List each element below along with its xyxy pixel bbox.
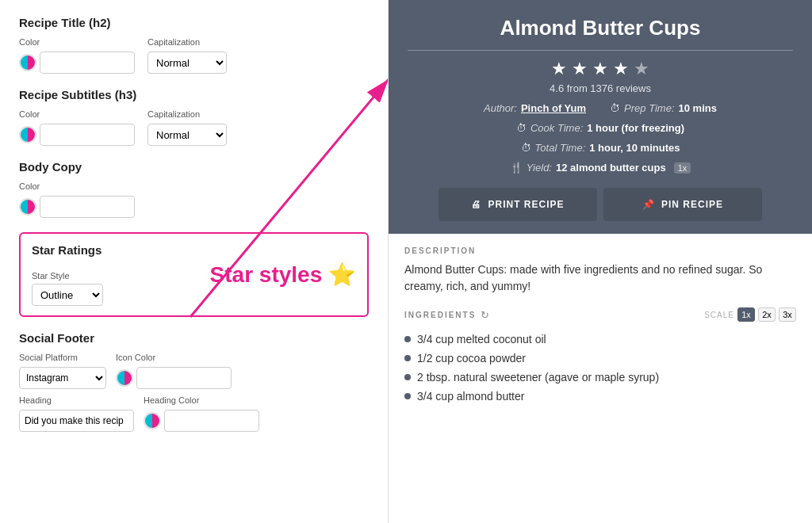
ingredient-text: 3/4 cup almond butter (417, 390, 524, 403)
pin-btn-label: PIN RECIPE (661, 199, 723, 210)
social-footer-section: Social Footer Social Platform Instagram … (19, 331, 369, 432)
clock-icon-total: ⏱ (521, 142, 531, 154)
description-heading: Description (404, 246, 796, 255)
capitalization-select[interactable]: Normal Uppercase Lowercase Capitalize (147, 52, 227, 74)
print-recipe-button[interactable]: 🖨 PRINT RECIPE (439, 188, 597, 221)
subtitles-color-input[interactable] (40, 124, 135, 146)
heading-input[interactable] (19, 410, 134, 432)
rating-text: 4.6 from 1376 reviews (408, 82, 793, 94)
color-text-input[interactable] (40, 52, 135, 74)
refresh-icon[interactable]: ↻ (481, 309, 489, 321)
icon-color-input[interactable] (136, 367, 232, 389)
recipe-card: Almond Butter Cups ★ ★ ★ ★ ★ 4.6 from 13… (389, 0, 812, 418)
star-styles-annotation: Star styles ⭐ (210, 262, 356, 288)
recipe-body: Description Almond Butter Cups: made wit… (389, 234, 812, 418)
body-copy-heading: Body Copy (19, 160, 369, 174)
cook-time-item: ⏱ Cook Time: 1 hour (for freezing) (516, 122, 684, 134)
ingredients-section-header: Ingredients ↻ (404, 309, 489, 321)
social-platform-label: Social Platform (19, 353, 106, 362)
author-name[interactable]: Pinch of Yum (521, 102, 586, 114)
body-copy-color-input[interactable] (40, 196, 135, 218)
star-ratings-heading: Star Ratings (32, 243, 103, 257)
meta-row-1: Author: Pinch of Yum ⏱ Prep Time: 10 min… (484, 102, 717, 114)
total-time-value: 1 hour, 10 minutes (589, 142, 680, 154)
meta-row-3: ⏱ Total Time: 1 hour, 10 minutes (521, 142, 680, 154)
body-copy-section: Body Copy Color (19, 160, 369, 218)
star-4: ★ (613, 59, 629, 79)
pin-icon: 📌 (642, 199, 655, 210)
right-panel: Almond Butter Cups ★ ★ ★ ★ ★ 4.6 from 13… (389, 0, 812, 523)
subtitles-cap-select[interactable]: Normal Uppercase Lowercase Capitalize (147, 124, 227, 146)
icon-color-group: Icon Color (116, 353, 232, 389)
star-3: ★ (592, 59, 608, 79)
heading-color-group: Heading Color (144, 395, 259, 432)
recipe-title: Almond Butter Cups (408, 16, 793, 40)
star-5: ★ (634, 59, 649, 79)
icon-color-label: Icon Color (116, 353, 232, 362)
social-footer-heading: Social Footer (19, 331, 369, 345)
scale-3x-button[interactable]: 3x (779, 307, 796, 322)
clock-icon-cook: ⏱ (516, 122, 527, 134)
clock-icon-prep: ⏱ (610, 102, 620, 114)
prep-time-item: ⏱ Prep Time: 10 mins (610, 102, 717, 114)
icon-color-circle[interactable] (116, 369, 133, 387)
recipe-subtitles-heading: Recipe Subtitles (h3) (19, 88, 369, 101)
scale-1x-button[interactable]: 1x (737, 307, 755, 322)
ingredients-header: Ingredients ↻ SCALE 1x 2x 3x (404, 307, 796, 322)
meta-rows: Author: Pinch of Yum ⏱ Prep Time: 10 min… (408, 102, 793, 178)
ingredient-text: 2 tbsp. natural sweetener (agave or mapl… (417, 371, 659, 384)
star-style-select[interactable]: Outline Filled Half (32, 284, 103, 306)
subtitles-cap-label: Capitalization (147, 109, 227, 119)
action-buttons: 🖨 PRINT RECIPE 📌 PIN RECIPE (408, 188, 793, 221)
description-section: Description Almond Butter Cups: made wit… (404, 246, 796, 295)
recipe-title-cap-group: Capitalization Normal Uppercase Lowercas… (147, 37, 227, 74)
meta-row-2: ⏱ Cook Time: 1 hour (for freezing) (516, 122, 684, 134)
meta-row-4: 🍴 Yield: 12 almond butter cups 1x (510, 162, 691, 174)
yield-badge: 1x (674, 162, 691, 174)
recipe-header: Almond Butter Cups ★ ★ ★ ★ ★ 4.6 from 13… (389, 0, 812, 234)
ingredient-text: 3/4 cup melted coconut oil (417, 333, 546, 345)
ingredient-item: 3/4 cup almond butter (404, 387, 796, 406)
bullet-icon (404, 355, 411, 361)
scale-controls: SCALE 1x 2x 3x (704, 307, 796, 322)
cap-label: Capitalization (147, 37, 227, 47)
prep-time-value: 10 mins (679, 102, 717, 114)
scale-2x-button[interactable]: 2x (758, 307, 776, 322)
ingredients-section: Ingredients ↻ SCALE 1x 2x 3x 3/4 cup mel… (404, 307, 796, 406)
ingredient-item: 2 tbsp. natural sweetener (agave or mapl… (404, 368, 796, 387)
yield-item: 🍴 Yield: 12 almond butter cups 1x (510, 162, 691, 174)
body-copy-color-circle[interactable] (19, 198, 36, 216)
bullet-icon (404, 336, 411, 342)
star-ratings-left: Star Ratings Star Style Outline Filled H… (32, 243, 103, 306)
scale-label: SCALE (704, 311, 734, 319)
social-platform-select[interactable]: Instagram Facebook Twitter Pinterest (19, 367, 106, 389)
print-icon: 🖨 (471, 199, 481, 210)
body-copy-color-group: Color (19, 181, 135, 218)
star-1: ★ (551, 59, 567, 79)
author-label: Author: (484, 102, 517, 114)
bullet-icon (404, 374, 411, 380)
heading-group: Heading (19, 395, 134, 432)
cook-time-value: 1 hour (for freezing) (587, 122, 684, 134)
body-copy-color-label: Color (19, 181, 135, 191)
ingredient-text: 1/2 cup cocoa powder (417, 352, 526, 365)
author-item: Author: Pinch of Yum (484, 102, 586, 114)
heading-label: Heading (19, 395, 134, 405)
subtitles-color-label: Color (19, 109, 135, 119)
social-platform-group: Social Platform Instagram Facebook Twitt… (19, 353, 106, 389)
star-style-group: Star Style Outline Filled Half (32, 271, 103, 306)
cook-time-label: Cook Time: (530, 122, 583, 134)
star-style-label: Star Style (32, 271, 103, 281)
total-time-item: ⏱ Total Time: 1 hour, 10 minutes (521, 142, 680, 154)
heading-color-input[interactable] (164, 410, 259, 432)
stars-row: ★ ★ ★ ★ ★ (408, 59, 793, 79)
prep-time-label: Prep Time: (624, 102, 674, 114)
ingredients-list: 3/4 cup melted coconut oil 1/2 cup cocoa… (404, 330, 796, 406)
color-picker-circle[interactable] (19, 54, 36, 71)
left-panel: Recipe Title (h2) Color Capitalization N… (0, 0, 389, 523)
header-divider (408, 50, 793, 51)
pin-recipe-button[interactable]: 📌 PIN RECIPE (603, 188, 762, 221)
subtitles-color-group: Color (19, 109, 135, 146)
heading-color-circle[interactable] (144, 412, 161, 429)
subtitles-color-circle[interactable] (19, 126, 36, 143)
